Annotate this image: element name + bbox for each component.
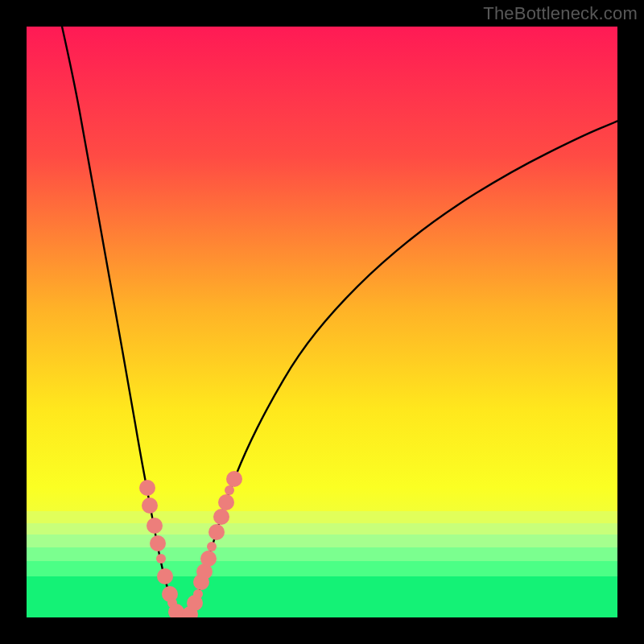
chart-marker xyxy=(218,494,234,510)
chart-marker xyxy=(208,524,225,540)
chart-marker xyxy=(147,518,163,534)
chart-marker xyxy=(200,551,217,567)
chart-plot-area xyxy=(27,27,617,617)
chart-marker xyxy=(213,509,229,525)
chart-marker xyxy=(142,497,158,514)
chart-marker xyxy=(157,568,173,584)
chart-marker xyxy=(207,542,217,551)
chart-marker xyxy=(150,535,166,551)
chart-marker xyxy=(225,485,234,495)
chart-marker xyxy=(139,480,155,496)
canvas-frame: TheBottleneck.com xyxy=(0,0,644,644)
chart-marker xyxy=(156,554,166,564)
chart-marker xyxy=(193,589,203,599)
chart-marker xyxy=(226,471,242,487)
watermark-text: TheBottleneck.com xyxy=(483,3,638,24)
chart-marker-layer xyxy=(27,27,617,617)
